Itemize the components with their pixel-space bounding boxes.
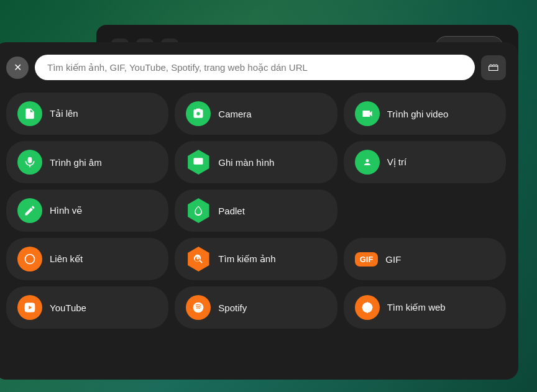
gif-label: GIF (385, 254, 401, 265)
svg-rect-0 (194, 158, 203, 165)
youtube-button[interactable]: YouTube (6, 286, 168, 329)
location-label: Vị trí (387, 157, 407, 168)
audio-recorder-icon (17, 150, 42, 175)
video-recorder-button[interactable]: Trình ghi video (344, 93, 506, 135)
youtube-icon (17, 295, 42, 320)
location-icon (355, 150, 380, 175)
youtube-label: YouTube (50, 303, 86, 313)
spotify-button[interactable]: Spotify (175, 286, 337, 329)
spotify-icon (186, 295, 211, 320)
db-button[interactable]: 🗃 (481, 55, 506, 80)
link-button[interactable]: Liên kết (6, 238, 168, 280)
audio-recorder-label: Trình ghi âm (50, 157, 102, 168)
gif-button[interactable]: GIF GIF (344, 238, 506, 280)
search-row: ✕ 🗃 (6, 55, 506, 80)
screen-record-button[interactable]: Ghi màn hình (175, 141, 337, 183)
camera-button[interactable]: Camera (175, 93, 337, 135)
empty-cell (344, 189, 506, 232)
padlet-button[interactable]: Padlet (175, 189, 337, 232)
link-icon (17, 247, 42, 271)
image-search-button[interactable]: Tìm kiếm ảnh (175, 238, 337, 280)
web-search-icon (355, 295, 380, 320)
screen-record-icon (186, 150, 211, 175)
upload-icon (17, 101, 42, 126)
db-icon: 🗃 (488, 61, 499, 74)
video-recorder-label: Trình ghi video (387, 109, 449, 119)
image-search-label: Tìm kiếm ảnh (218, 253, 275, 265)
screen-record-label: Ghi màn hình (218, 157, 274, 168)
web-search-label: Tìm kiếm web (387, 302, 446, 313)
image-search-icon (186, 247, 211, 271)
upload-button[interactable]: Tải lên (6, 93, 168, 135)
link-label: Liên kết (50, 253, 83, 265)
add-content-modal: ✕ 🗃 Tải lên Camera Trình ghi video (0, 42, 518, 380)
upload-label: Tải lên (50, 108, 78, 119)
padlet-label: Padlet (218, 206, 245, 216)
drawing-icon (17, 198, 42, 223)
svg-point-1 (193, 303, 204, 313)
audio-recorder-button[interactable]: Trình ghi âm (6, 141, 168, 183)
gif-icon: GIF (355, 252, 379, 267)
search-input[interactable] (35, 55, 475, 80)
web-search-button[interactable]: Tìm kiếm web (344, 286, 506, 329)
padlet-icon (186, 198, 211, 223)
drawing-label: Hình vẽ (50, 205, 82, 216)
drawing-button[interactable]: Hình vẽ (6, 189, 168, 232)
modal-close-button[interactable]: ✕ (6, 57, 29, 79)
content-grid: Tải lên Camera Trình ghi video Trình ghi… (6, 93, 506, 329)
close-icon: ✕ (14, 62, 22, 73)
spotify-label: Spotify (218, 303, 247, 313)
camera-label: Camera (218, 109, 251, 119)
camera-icon (186, 101, 211, 126)
video-recorder-icon (355, 101, 380, 126)
location-button[interactable]: Vị trí (344, 141, 506, 183)
